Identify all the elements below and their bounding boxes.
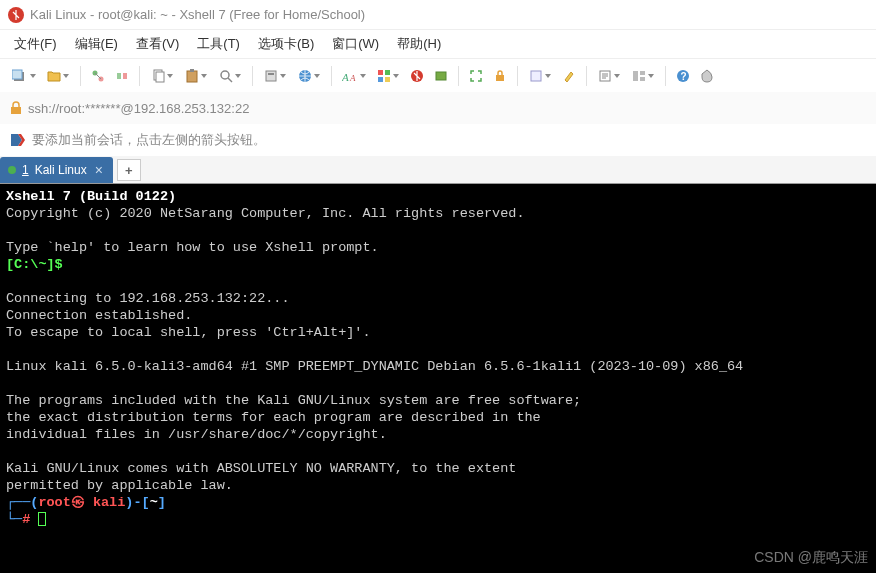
svg-rect-25 [633,71,638,81]
svg-rect-16 [378,70,383,75]
svg-rect-9 [190,69,194,72]
lock-icon [10,101,22,115]
terminal-line: permitted by applicable law. [6,478,233,493]
svg-rect-27 [640,77,645,81]
svg-text:?: ? [681,71,687,82]
app-icon [8,7,24,23]
separator [517,66,518,86]
terminal-prompt-local: [C:\~]$ [6,257,63,272]
help-button[interactable]: ? [672,65,694,87]
fullscreen-button[interactable] [465,65,487,87]
tab-add-button[interactable]: + [117,159,141,181]
svg-rect-4 [117,73,121,79]
svg-rect-1 [12,70,22,79]
svg-rect-8 [187,71,197,82]
connection-status-icon [8,166,16,174]
cursor [38,512,46,526]
hint-bar: 要添加当前会话，点击左侧的箭头按钮。 [0,124,876,156]
prompt-user: root [38,495,70,510]
terminal-line: Copyright (c) 2020 NetSarang Computer, I… [6,206,524,221]
menu-view[interactable]: 查看(V) [132,33,183,55]
separator [665,66,666,86]
svg-text:A: A [342,71,349,83]
svg-rect-7 [156,72,164,82]
svg-rect-22 [496,75,504,81]
menu-tools[interactable]: 工具(T) [193,33,244,55]
address-text[interactable]: ssh://root:*******@192.168.253.132:22 [28,101,249,116]
prompt-at: ㉿ [71,495,93,510]
menu-edit[interactable]: 编辑(E) [71,33,122,55]
script-button[interactable] [593,65,625,87]
terminal-line: Connecting to 192.168.253.132:22... [6,291,290,306]
terminal-line: the exact distribution terms for each pr… [6,410,541,425]
about-button[interactable] [696,65,718,87]
terminal-line: To escape to local shell, press 'Ctrl+Al… [6,325,371,340]
svg-rect-26 [640,71,645,75]
tab-number: 1 [22,163,29,177]
window-titlebar: Kali Linux - root@kali: ~ - Xshell 7 (Fr… [0,0,876,30]
svg-rect-21 [436,72,446,80]
terminal-line: Xshell 7 (Build 0122) [6,189,176,204]
disconnect-button[interactable] [111,65,133,87]
separator [80,66,81,86]
font-button[interactable]: AA [338,65,370,87]
separator [331,66,332,86]
address-bar: ssh://root:*******@192.168.253.132:22 [0,92,876,124]
tab-active[interactable]: 1 Kali Linux × [0,157,113,183]
tab-label: Kali Linux [35,163,87,177]
separator [586,66,587,86]
terminal-line: individual files in /usr/share/doc/*/cop… [6,427,387,442]
terminal-line: Connection established. [6,308,192,323]
terminal-line: Linux kali 6.5.0-kali3-amd64 #1 SMP PREE… [6,359,743,374]
prompt-host: kali [93,495,125,510]
svg-rect-11 [266,71,276,81]
color-button[interactable] [372,65,404,87]
separator [458,66,459,86]
tab-bar: 1 Kali Linux × + [0,156,876,184]
prompt-line2: └─ [6,512,22,527]
terminal-line: Type `help' to learn how to use Xshell p… [6,240,379,255]
svg-rect-5 [123,73,127,79]
properties-button[interactable] [259,65,291,87]
prompt-path: ~ [150,495,158,510]
svg-rect-30 [11,107,21,114]
menu-tabs[interactable]: 选项卡(B) [254,33,318,55]
open-session-button[interactable] [42,65,74,87]
clear-button[interactable] [524,65,556,87]
hint-text: 要添加当前会话，点击左侧的箭头按钮。 [32,131,266,149]
toolbar: AA ? [0,58,876,92]
svg-rect-23 [531,71,541,81]
tab-close-button[interactable]: × [93,162,105,178]
prompt-hash: # [22,512,30,527]
menu-window[interactable]: 窗口(W) [328,33,383,55]
highlight-button[interactable] [558,65,580,87]
svg-rect-19 [385,77,390,82]
xftp-button[interactable] [430,65,452,87]
web-button[interactable] [293,65,325,87]
svg-text:A: A [349,73,356,83]
terminal-line: The programs included with the Kali GNU/… [6,393,581,408]
arrow-flag-icon[interactable] [10,133,24,147]
menu-file[interactable]: 文件(F) [10,33,61,55]
window-title: Kali Linux - root@kali: ~ - Xshell 7 (Fr… [30,7,365,22]
prompt-corner: ┌──( [6,495,38,510]
find-button[interactable] [214,65,246,87]
reconnect-button[interactable] [87,65,109,87]
menu-help[interactable]: 帮助(H) [393,33,445,55]
xagent-button[interactable] [406,65,428,87]
terminal[interactable]: Xshell 7 (Build 0122) Copyright (c) 2020… [0,184,876,573]
terminal-line: Kali GNU/Linux comes with ABSOLUTELY NO … [6,461,516,476]
prompt-bracket: )-[ [125,495,149,510]
menubar: 文件(F) 编辑(E) 查看(V) 工具(T) 选项卡(B) 窗口(W) 帮助(… [0,30,876,58]
svg-rect-17 [385,70,390,75]
svg-point-10 [221,71,229,79]
layout-button[interactable] [627,65,659,87]
svg-rect-18 [378,77,383,82]
copy-button[interactable] [146,65,178,87]
new-session-button[interactable] [8,65,40,87]
paste-button[interactable] [180,65,212,87]
svg-rect-12 [268,73,274,75]
prompt-bracket-close: ] [158,495,166,510]
lock-button[interactable] [489,65,511,87]
separator [139,66,140,86]
